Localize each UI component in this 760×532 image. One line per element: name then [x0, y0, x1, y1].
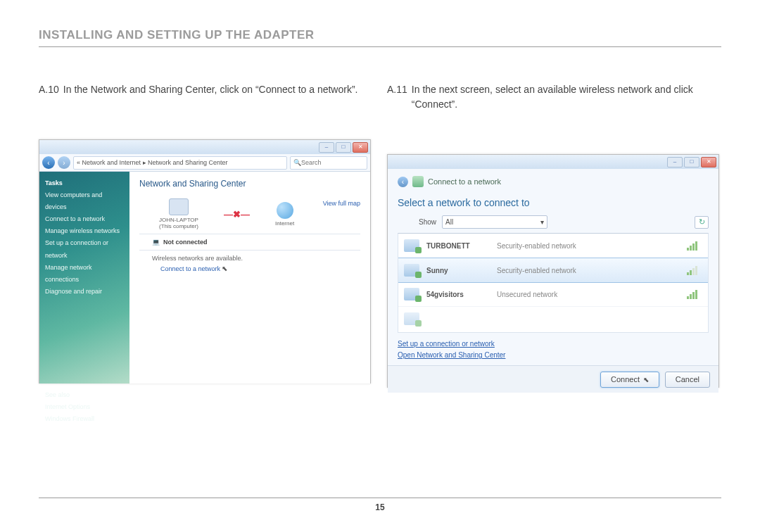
dialog-prompt: Select a network to connect to	[398, 197, 709, 208]
refresh-button[interactable]: ↻	[695, 216, 709, 229]
network-name: TURBONETT	[426, 242, 490, 250]
computer-icon	[169, 198, 189, 215]
globe-icon	[277, 202, 293, 219]
page-number: 15	[39, 502, 721, 512]
window-maximize-button[interactable]: □	[684, 157, 699, 167]
step-a11-text: In the next screen, select an available …	[412, 82, 721, 112]
window-titlebar: – □ ✕	[39, 140, 370, 154]
connection-broken-icon: —✖—	[224, 209, 250, 220]
signal-bars-icon	[687, 289, 702, 299]
network-security: Unsecured network	[497, 291, 680, 298]
rule-top	[39, 46, 721, 47]
node-internet: Internet	[275, 202, 294, 227]
network-icon	[412, 176, 424, 187]
network-security: Security-enabled network	[497, 242, 680, 250]
network-icon	[404, 264, 419, 277]
cursor-icon: ⬉	[222, 265, 227, 272]
open-sharing-center-link[interactable]: Open Network and Sharing Center	[398, 350, 709, 361]
window-minimize-button[interactable]: –	[319, 142, 334, 153]
node-label: JOHN-LAPTOP	[159, 217, 198, 223]
connect-button[interactable]: Connect ⬉	[600, 372, 659, 388]
step-a11: A.11 In the next screen, select an avail…	[387, 82, 721, 112]
window-close-button[interactable]: ✕	[353, 142, 368, 153]
signal-bars-icon	[687, 265, 702, 275]
rule-bottom	[39, 498, 721, 498]
see-also-heading: See also	[45, 389, 124, 401]
network-row-selected[interactable]: Sunny Security-enabled network	[398, 258, 709, 283]
search-placeholder: Search	[301, 159, 322, 166]
tasks-heading: Tasks	[45, 177, 124, 189]
node-this-computer: JOHN-LAPTOP (This computer)	[159, 198, 198, 229]
network-list: TURBONETT Security-enabled network Sunny…	[398, 233, 709, 333]
nav-back-button[interactable]: ‹	[42, 156, 55, 169]
sidebar-item[interactable]: Set up a connection or network	[45, 237, 124, 261]
setup-connection-link[interactable]: Set up a connection or network	[398, 338, 709, 350]
see-also-item[interactable]: Windows Firewall	[45, 413, 124, 425]
network-name: Sunny	[426, 267, 490, 274]
connect-to-network-link[interactable]: Connect to a network⬉	[160, 265, 227, 272]
network-icon	[404, 288, 419, 300]
cancel-button[interactable]: Cancel	[665, 372, 710, 388]
signal-bars-icon	[687, 241, 702, 251]
network-icon	[404, 239, 419, 252]
screenshot-network-sharing-center: – □ ✕ ‹ › « Network and Internet ▸ Netwo…	[39, 139, 371, 384]
network-row[interactable]: TURBONETT Security-enabled network	[398, 234, 708, 258]
main-panel: Network and Sharing Center View full map…	[129, 172, 370, 384]
address-bar: ‹ › « Network and Internet ▸ Network and…	[39, 154, 370, 172]
network-name: 54gvisitors	[426, 291, 490, 298]
window-close-button[interactable]: ✕	[701, 157, 716, 167]
step-a10-text: In the Network and Sharing Center, click…	[63, 82, 358, 97]
sidebar-item[interactable]: Manage wireless networks	[45, 225, 124, 237]
window-minimize-button[interactable]: –	[667, 157, 683, 167]
network-icon	[404, 312, 419, 325]
breadcrumb[interactable]: « Network and Internet ▸ Network and Sha…	[73, 156, 287, 170]
show-select[interactable]: All▾	[442, 215, 547, 229]
sidebar-item[interactable]: Connect to a network	[45, 213, 124, 225]
dialog-footer: Connect ⬉ Cancel	[388, 365, 718, 393]
wireless-available-label: Wireless networks are available.	[152, 255, 360, 262]
nav-back-button[interactable]: ‹	[398, 177, 408, 187]
chevron-down-icon: ▾	[540, 218, 544, 226]
screenshot-connect-dialog: – □ ✕ ‹ Connect to a network Select a ne…	[387, 154, 719, 388]
section-title: INSTALLING AND SETTING UP THE ADAPTER	[39, 28, 721, 42]
network-security: Security-enabled network	[497, 267, 680, 274]
window-maximize-button[interactable]: □	[336, 142, 351, 153]
network-row[interactable]: 54gvisitors Unsecured network	[398, 282, 708, 307]
panel-title: Network and Sharing Center	[139, 179, 360, 189]
node-label: Internet	[275, 220, 294, 227]
view-full-map-link[interactable]: View full map	[323, 200, 360, 207]
search-input[interactable]: 🔍 Search	[290, 156, 367, 170]
cursor-icon: ⬉	[641, 376, 649, 384]
tasks-sidebar: Tasks View computers and devices Connect…	[39, 172, 129, 384]
show-label: Show	[419, 218, 436, 226]
dialog-header: ‹ Connect to a network	[398, 176, 709, 187]
network-row[interactable]	[398, 307, 708, 331]
step-a10: A.10 In the Network and Sharing Center, …	[39, 82, 373, 97]
window-titlebar: – □ ✕	[388, 155, 718, 169]
step-a10-num: A.10	[39, 82, 59, 97]
node-sublabel: (This computer)	[159, 223, 198, 229]
step-a11-num: A.11	[387, 82, 407, 112]
nav-forward-button[interactable]: ›	[58, 156, 70, 169]
dialog-title: Connect to a network	[428, 177, 501, 186]
see-also-item[interactable]: Internet Options	[45, 401, 124, 413]
sidebar-item[interactable]: Manage network connections	[45, 262, 124, 286]
sidebar-item[interactable]: Diagnose and repair	[45, 286, 124, 298]
sidebar-item[interactable]: View computers and devices	[45, 189, 124, 213]
not-connected-label: 💻 Not connected	[152, 239, 360, 246]
